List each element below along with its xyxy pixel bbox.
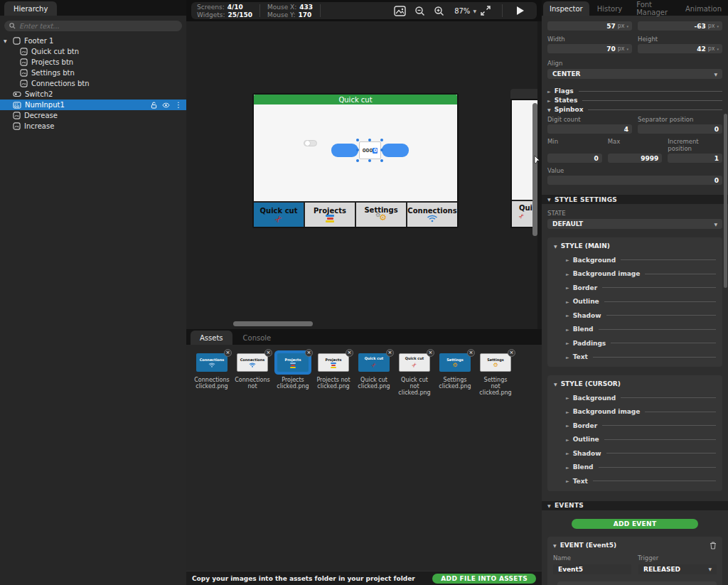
tree-item-connections-btn[interactable]: Connections btn xyxy=(0,78,186,89)
align-dropdown[interactable]: CENTER▼ xyxy=(547,69,722,79)
zoom-level[interactable]: 87% xyxy=(454,7,470,15)
asset-item[interactable]: × Quick cut ✂ Quick cut not clicked.png xyxy=(397,353,432,396)
remove-asset-icon[interactable]: × xyxy=(386,349,394,357)
trash-icon[interactable] xyxy=(710,542,717,549)
min-field[interactable]: 0 xyxy=(547,154,602,163)
zoom-dropdown-icon[interactable]: ▼ xyxy=(473,9,476,14)
tree-item-settings-btn[interactable]: Settings btn xyxy=(0,68,186,78)
selection-handle[interactable] xyxy=(368,159,371,162)
events-header[interactable]: ▼ EVENTS xyxy=(542,501,728,510)
remove-asset-icon[interactable]: × xyxy=(467,349,475,357)
asset-item[interactable]: × Projects Projects not clicked.png xyxy=(316,353,350,396)
tree-item-footer1[interactable]: ▼ Footer 1 xyxy=(0,36,186,46)
digit-count-field[interactable]: 4 xyxy=(547,124,632,134)
tab-history[interactable]: History xyxy=(591,1,629,16)
tab-animation[interactable]: Animation xyxy=(679,1,728,16)
tab-console[interactable]: Console xyxy=(234,331,281,345)
event-header[interactable]: ▼ EVENT (Event5) xyxy=(553,542,717,549)
screen-body[interactable]: 0000 xyxy=(254,104,457,200)
tree-item-projects-btn[interactable]: Projects btn xyxy=(0,57,186,68)
zoom-out-icon[interactable] xyxy=(414,6,425,16)
tab-hierarchy[interactable]: Hierarchy xyxy=(4,1,57,16)
state-dropdown[interactable]: DEFAULT▼ xyxy=(547,219,722,229)
nav-quick-cut[interactable]: Quick cut ✂ xyxy=(254,203,305,227)
position-y-field[interactable]: -63px▾ xyxy=(638,21,722,31)
add-event-button[interactable]: ADD EVENT xyxy=(572,519,698,529)
increment-position-field[interactable]: 1 xyxy=(668,154,722,163)
style-row-background[interactable]: ►Background xyxy=(554,395,716,402)
remove-asset-icon[interactable]: × xyxy=(264,349,272,357)
selection-handle[interactable] xyxy=(380,159,383,162)
hierarchy-search[interactable] xyxy=(4,21,182,31)
states-section[interactable]: ► States xyxy=(547,97,722,104)
tab-font-manager[interactable]: Font Manager xyxy=(630,1,678,16)
position-x-field[interactable]: 57px▾ xyxy=(547,21,632,31)
style-row-shadow[interactable]: ►Shadow xyxy=(554,312,716,319)
spinbox-section[interactable]: ▼ Spinbox xyxy=(547,106,722,113)
tree-item-switch2[interactable]: Switch2 xyxy=(0,89,186,100)
style-row-outline[interactable]: ►Outline xyxy=(554,298,716,305)
style-cursor-header[interactable]: ▼ STYLE (CURSOR) xyxy=(554,380,716,387)
style-row-text[interactable]: ►Text xyxy=(554,353,716,360)
unlock-icon[interactable] xyxy=(151,102,157,109)
tab-inspector[interactable]: Inspector xyxy=(543,1,589,16)
kebab-menu-icon[interactable]: ⋮ xyxy=(175,101,182,109)
style-row-border[interactable]: ►Border xyxy=(554,284,716,291)
eye-icon[interactable] xyxy=(162,102,170,108)
add-file-into-assets-button[interactable]: ADD FILE INTO ASSETS xyxy=(432,574,536,584)
tree-item-increase[interactable]: Increase xyxy=(0,121,186,132)
screen-quick-cut[interactable]: Quick cut 0000 xyxy=(252,93,459,228)
tree-item-numinput1[interactable]: NumInput1 ⋮ xyxy=(0,100,186,110)
style-row-background-image[interactable]: ►Background image xyxy=(554,270,716,277)
spinbox-widget[interactable]: 0000 xyxy=(359,141,381,159)
tree-item-decrease[interactable]: Decrease xyxy=(0,110,186,121)
remove-asset-icon[interactable]: × xyxy=(224,349,232,357)
asset-item[interactable]: × Connections Connections clicked.png xyxy=(195,353,229,396)
remove-asset-icon[interactable]: × xyxy=(305,349,313,357)
style-row-outline[interactable]: ►Outline xyxy=(554,436,716,443)
remove-asset-icon[interactable]: × xyxy=(427,349,434,357)
canvas-horizontal-scrollbar[interactable] xyxy=(233,321,313,326)
canvas[interactable]: Quick cut 0000 xyxy=(186,21,542,329)
asset-item[interactable]: × Settings ⚙ Settings not clicked.png xyxy=(478,353,513,396)
zoom-in-icon[interactable] xyxy=(434,6,444,16)
selection-handle[interactable] xyxy=(356,159,359,162)
selection-handle[interactable] xyxy=(356,139,359,141)
play-button[interactable] xyxy=(517,6,524,15)
tree-item-quickcut-btn[interactable]: Quick cut btn xyxy=(0,46,186,57)
height-field[interactable]: 42px▾ xyxy=(638,44,722,53)
flags-section[interactable]: ► Flags xyxy=(547,87,722,95)
style-main-header[interactable]: ▼ STYLE (MAIN) xyxy=(554,242,716,249)
width-field[interactable]: 70px▾ xyxy=(547,44,632,53)
style-row-paddings[interactable]: ►Paddings xyxy=(554,340,716,347)
event-name-field[interactable]: Event5 xyxy=(553,564,631,574)
asset-item[interactable]: × Connections Connections not xyxy=(235,353,269,396)
nav-settings[interactable]: Settings ⚙⚙ xyxy=(356,203,407,227)
chevron-down-icon[interactable]: ▼ xyxy=(4,38,7,43)
separator-position-field[interactable]: 0 xyxy=(638,124,722,134)
value-field[interactable]: 0 xyxy=(547,176,722,185)
trigger-dropdown[interactable]: RELEASED▼ xyxy=(638,564,717,574)
selection-handle[interactable] xyxy=(356,149,359,151)
canvas-vertical-scrollbar[interactable] xyxy=(532,103,537,236)
style-row-background[interactable]: ►Background xyxy=(554,257,716,264)
tab-assets[interactable]: Assets xyxy=(191,331,232,345)
inspector-scrollbar[interactable] xyxy=(724,114,727,288)
switch-widget[interactable] xyxy=(304,140,317,146)
decrease-button-widget[interactable] xyxy=(331,144,358,157)
screen-title-bar[interactable]: Quick cut xyxy=(254,95,457,104)
style-settings-header[interactable]: ▼ STYLE SETTINGS xyxy=(542,195,728,204)
nav-projects[interactable]: Projects xyxy=(305,203,356,227)
max-field[interactable]: 9999 xyxy=(608,154,663,163)
style-row-blend[interactable]: ►Blend xyxy=(554,326,716,333)
selection-handle[interactable] xyxy=(380,139,383,141)
style-row-text[interactable]: ►Text xyxy=(554,478,716,485)
asset-item[interactable]: × Settings ⚙ Settings clicked.png xyxy=(438,353,472,396)
asset-item-selected[interactable]: × Projects Projects clicked.png xyxy=(276,353,310,396)
nav-connections[interactable]: Connections xyxy=(407,203,457,227)
increase-button-widget[interactable] xyxy=(382,144,409,157)
remove-asset-icon[interactable]: × xyxy=(346,349,353,357)
search-input[interactable] xyxy=(19,22,177,30)
style-row-background-image[interactable]: ►Background image xyxy=(554,408,716,415)
remove-asset-icon[interactable]: × xyxy=(508,349,515,357)
